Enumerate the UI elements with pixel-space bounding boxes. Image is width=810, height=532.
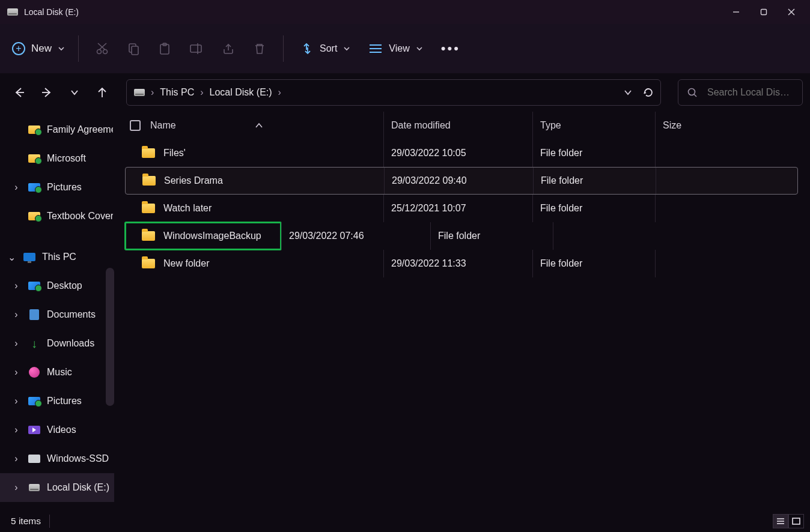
rename-button[interactable]: [182, 36, 211, 61]
tree-item-icon: [28, 280, 41, 291]
close-button[interactable]: [778, 0, 805, 24]
column-name[interactable]: Name: [125, 112, 383, 139]
filearea: Name Date modified Type Size Files'29/03…: [114, 112, 810, 510]
breadcrumb-item[interactable]: Local Disk (E:): [210, 87, 272, 98]
maximize-button[interactable]: [750, 0, 778, 24]
file-name: Series Drama: [164, 175, 223, 186]
tree-item-label: Microsoft: [47, 153, 86, 164]
chevron-right-icon: ›: [11, 280, 22, 291]
statusbar: 5 items: [0, 510, 810, 532]
file-type: File folder: [540, 258, 582, 269]
up-button[interactable]: [95, 85, 109, 100]
file-row[interactable]: WindowsImageBackup29/03/2022 07:46File f…: [125, 222, 798, 250]
cut-button[interactable]: [88, 36, 116, 61]
column-type[interactable]: Type: [532, 112, 655, 139]
tree-item-label: Videos: [47, 425, 76, 435]
svg-rect-1: [761, 10, 767, 15]
view-icon: [368, 43, 383, 55]
more-button[interactable]: •••: [434, 35, 467, 62]
forward-button[interactable]: [40, 85, 54, 100]
tree-item-icon: [28, 482, 41, 493]
breadcrumb-item[interactable]: This PC: [160, 87, 194, 98]
thumbnails-view-button[interactable]: [788, 514, 804, 528]
chevron-right-icon: ›: [278, 87, 281, 98]
sidebar-item[interactable]: ›Windows-SSD: [0, 444, 114, 473]
file-row[interactable]: New folder29/03/2022 11:33File folder: [125, 250, 798, 277]
tree-item-icon: [28, 396, 41, 407]
svg-rect-9: [132, 46, 138, 55]
file-row[interactable]: Watch later25/12/2021 10:07File folder: [125, 195, 798, 222]
sidebar-item[interactable]: ›↓Downloads: [0, 329, 114, 358]
minimize-button[interactable]: [722, 0, 750, 24]
file-row[interactable]: Files'29/03/2022 10:05File folder: [125, 139, 798, 167]
sidebar-item[interactable]: ›Videos: [0, 416, 114, 444]
sort-button[interactable]: Sort: [293, 36, 358, 61]
file-date: 29/03/2022 10:05: [391, 148, 466, 159]
svg-rect-28: [793, 518, 800, 524]
scrollbar[interactable]: [106, 268, 114, 406]
history-dropdown[interactable]: [621, 85, 635, 100]
search-icon: [687, 87, 698, 98]
tree-item-label: Pictures: [47, 396, 82, 407]
sidebar-item[interactable]: Microsoft: [0, 144, 114, 173]
rename-icon: [189, 42, 204, 55]
sidebar: Family AgreementsMicrosoft›PicturesTextb…: [0, 112, 114, 510]
share-button[interactable]: [215, 36, 242, 61]
grid-icon: [791, 517, 801, 525]
new-button[interactable]: + New: [12, 37, 69, 60]
folder-icon: [142, 148, 155, 158]
plus-icon: +: [12, 42, 25, 55]
svg-line-24: [694, 94, 696, 97]
view-label: View: [389, 43, 409, 54]
select-all-checkbox[interactable]: [130, 120, 141, 131]
column-date[interactable]: Date modified: [383, 112, 532, 139]
view-button[interactable]: View: [361, 37, 430, 61]
search-input[interactable]: [706, 86, 794, 98]
refresh-button[interactable]: [641, 85, 656, 100]
tree-item-icon: [23, 252, 36, 262]
tree-item-label: Textbook Covers: [47, 211, 113, 222]
sidebar-item[interactable]: ›Music: [0, 358, 114, 387]
file-type: File folder: [540, 148, 582, 159]
chevron-right-icon: ›: [11, 453, 22, 464]
column-size[interactable]: Size: [655, 112, 739, 139]
tree-item-label: This PC: [42, 252, 76, 262]
details-view-button[interactable]: [773, 514, 788, 528]
sidebar-item[interactable]: ›Documents: [0, 300, 114, 329]
sidebar-item[interactable]: Family Agreements: [0, 115, 114, 144]
list-icon: [776, 517, 785, 525]
tree-item-icon: [28, 367, 41, 378]
sidebar-item[interactable]: ›Desktop: [0, 271, 114, 300]
paste-button[interactable]: [151, 36, 178, 61]
delete-button[interactable]: [246, 36, 273, 61]
file-name: Files': [163, 148, 186, 159]
sidebar-item[interactable]: ›Local Disk (E:): [0, 473, 114, 502]
svg-point-4: [97, 50, 102, 54]
file-row[interactable]: Series Drama29/03/2022 09:40File folder: [125, 167, 798, 195]
file-name: WindowsImageBackup: [163, 231, 261, 241]
breadcrumb[interactable]: › This PC › Local Disk (E:) ›: [126, 79, 661, 106]
sidebar-item[interactable]: Textbook Covers: [0, 202, 114, 231]
tree-item-icon: [28, 453, 41, 464]
search-box[interactable]: [678, 79, 803, 106]
file-name: New folder: [163, 258, 209, 269]
sort-label: Sort: [320, 43, 337, 54]
chevron-right-icon: ›: [11, 482, 22, 493]
window-controls: [722, 0, 805, 24]
copy-button[interactable]: [120, 36, 147, 61]
sidebar-item[interactable]: ⌄This PC: [0, 243, 114, 271]
tree-item-label: Family Agreements: [47, 124, 113, 135]
file-type: File folder: [438, 231, 480, 241]
chevron-right-icon: ›: [200, 87, 203, 98]
chevron-right-icon: ›: [11, 338, 22, 349]
tree-item-label: Desktop: [47, 280, 82, 291]
svg-line-7: [98, 43, 105, 50]
file-type: File folder: [540, 203, 582, 214]
recent-button[interactable]: [67, 85, 82, 100]
back-button[interactable]: [12, 85, 26, 100]
sidebar-item[interactable]: ›Pictures: [0, 173, 114, 202]
tree-item-label: Downloads: [47, 338, 94, 349]
sort-icon: [300, 42, 314, 55]
sidebar-item[interactable]: ›Pictures: [0, 387, 114, 416]
status-text: 5 items: [11, 516, 41, 527]
